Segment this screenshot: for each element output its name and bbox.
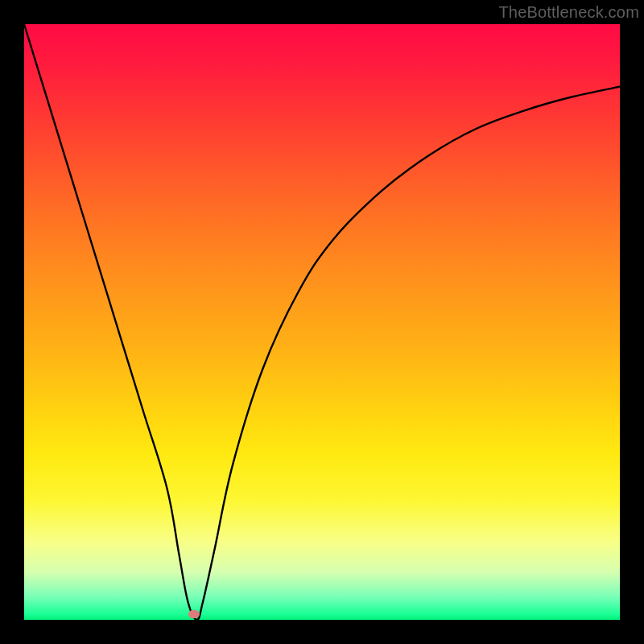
plot-area bbox=[24, 24, 620, 620]
curve-svg bbox=[24, 24, 620, 620]
curve-path bbox=[24, 24, 620, 620]
chart-frame: TheBottleneck.com bbox=[0, 0, 644, 644]
watermark-text: TheBottleneck.com bbox=[498, 3, 639, 22]
min-dot bbox=[188, 610, 200, 618]
